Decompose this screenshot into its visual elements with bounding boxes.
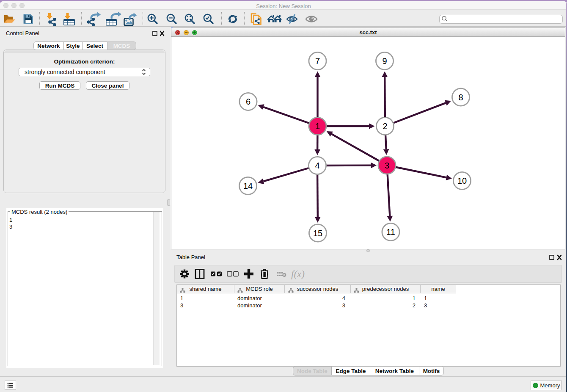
svg-text:10: 10 (457, 176, 467, 185)
svg-text:9: 9 (382, 56, 387, 66)
svg-text:14: 14 (243, 181, 253, 190)
svg-text:2: 2 (383, 121, 387, 131)
svg-text:7: 7 (315, 56, 320, 66)
svg-text:3: 3 (385, 161, 389, 170)
svg-text:4: 4 (315, 161, 319, 170)
svg-text:8: 8 (458, 93, 463, 102)
svg-text:f(x): f(x) (291, 269, 305, 279)
svg-text:11: 11 (386, 227, 395, 237)
svg-text:1: 1 (315, 121, 320, 131)
svg-text:6: 6 (246, 97, 250, 106)
svg-text:15: 15 (313, 229, 322, 238)
